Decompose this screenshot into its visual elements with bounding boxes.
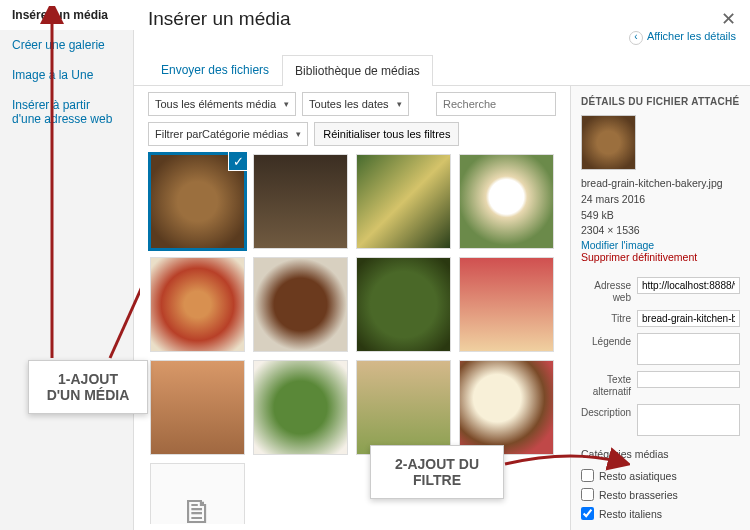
attachment-details-panel: DÉTAILS DU FICHIER ATTACHÉ bread-grain-k… — [570, 86, 750, 530]
reset-filters-button[interactable]: Réinitialiser tous les filtres — [314, 122, 459, 146]
category-option[interactable]: Resto asiatiques — [581, 466, 740, 485]
annotation-callout-2: 2-AJOUT DU FILTRE — [370, 445, 504, 499]
media-thumb[interactable] — [356, 154, 451, 249]
sidebar-item-insert-media[interactable]: Insérer un média — [0, 0, 134, 30]
media-modal-sidebar: Insérer un média Créer une galerie Image… — [0, 0, 134, 530]
description-label: Description — [581, 404, 637, 419]
media-thumb[interactable] — [459, 360, 554, 455]
detail-filename: bread-grain-kitchen-bakery.jpg — [581, 176, 740, 192]
details-header: DÉTAILS DU FICHIER ATTACHÉ — [581, 96, 740, 107]
alt-label: Texte alternatif — [581, 371, 637, 398]
media-thumb[interactable] — [356, 360, 451, 455]
sidebar-item-insert-from-url[interactable]: Insérer à partir d'une adresse web — [0, 90, 133, 134]
category-option[interactable]: Resto italiens — [581, 504, 740, 523]
media-thumb[interactable] — [253, 257, 348, 352]
categories-header: Catégories médias — [581, 448, 740, 460]
details-thumbnail — [581, 115, 636, 170]
category-checkbox[interactable] — [581, 488, 594, 501]
media-thumb[interactable]: ✓ — [150, 154, 245, 249]
media-thumb[interactable] — [150, 257, 245, 352]
title-label: Titre — [581, 310, 637, 325]
title-field[interactable] — [637, 310, 740, 327]
close-button[interactable]: ✕ — [721, 8, 736, 30]
category-checkbox[interactable] — [581, 469, 594, 482]
url-label: Adresse web — [581, 277, 637, 304]
show-details-link[interactable]: Afficher les détails — [629, 30, 736, 45]
search-input[interactable] — [436, 92, 556, 116]
media-thumb-file[interactable]: 🗎 — [150, 463, 245, 524]
media-thumb[interactable] — [459, 257, 554, 352]
media-thumb[interactable] — [253, 360, 348, 455]
tab-media-library[interactable]: Bibliothèque de médias — [282, 55, 433, 86]
chevron-down-icon: ▾ — [296, 129, 301, 139]
media-thumb[interactable] — [150, 360, 245, 455]
media-thumb[interactable] — [253, 154, 348, 249]
media-tabs: Envoyer des fichiers Bibliothèque de méd… — [134, 54, 750, 86]
filter-date[interactable]: Toutes les dates▾ — [302, 92, 409, 116]
detail-filesize: 549 kB — [581, 208, 740, 224]
category-option[interactable]: Resto brasseries — [581, 485, 740, 504]
sidebar-item-create-gallery[interactable]: Créer une galerie — [0, 30, 133, 60]
alt-field[interactable] — [637, 371, 740, 388]
caption-label: Légende — [581, 333, 637, 348]
edit-image-link[interactable]: Modifier l'image — [581, 239, 740, 251]
description-field[interactable] — [637, 404, 740, 436]
filter-media-type[interactable]: Tous les éléments média▾ — [148, 92, 296, 116]
document-icon: 🗎 — [181, 494, 215, 525]
delete-permanently-link[interactable]: Supprimer définitivement — [581, 251, 740, 263]
url-field[interactable] — [637, 277, 740, 294]
selected-check-icon: ✓ — [228, 152, 248, 171]
sidebar-item-featured-image[interactable]: Image à la Une — [0, 60, 133, 90]
detail-date: 24 mars 2016 — [581, 192, 740, 208]
modal-title: Insérer un média — [148, 8, 291, 30]
media-thumb[interactable] — [356, 257, 451, 352]
caption-field[interactable] — [637, 333, 740, 365]
tab-upload-files[interactable]: Envoyer des fichiers — [148, 54, 282, 85]
category-checkbox[interactable] — [581, 507, 594, 520]
filter-category[interactable]: Filtrer parCatégorie médias▾ — [148, 122, 308, 146]
chevron-down-icon: ▾ — [284, 99, 289, 109]
chevron-down-icon: ▾ — [397, 99, 402, 109]
media-thumb[interactable] — [459, 154, 554, 249]
annotation-callout-1: 1-AJOUT D'UN MÉDIA — [28, 360, 148, 414]
detail-dimensions: 2304 × 1536 — [581, 223, 740, 239]
